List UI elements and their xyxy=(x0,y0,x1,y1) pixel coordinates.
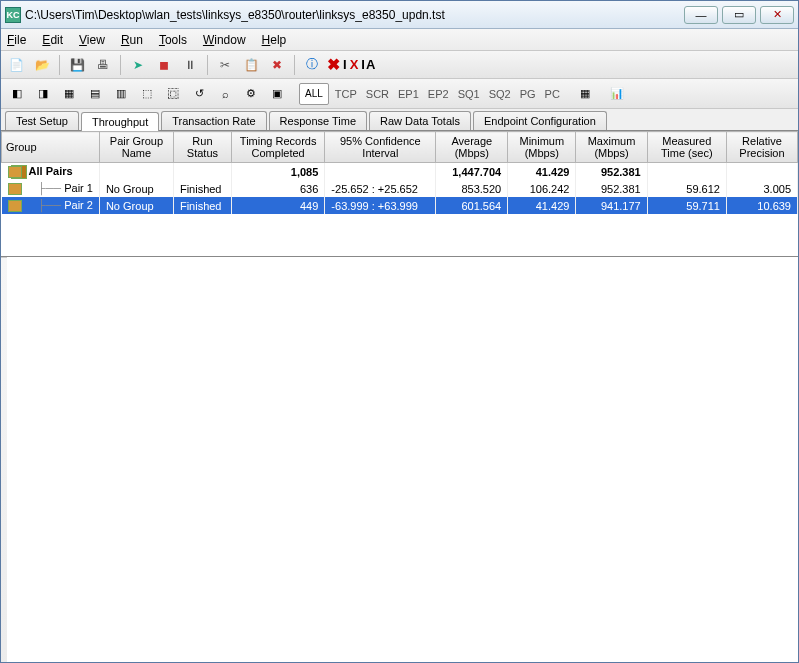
delete-icon[interactable]: ✖ xyxy=(266,54,288,76)
app-icon: KC xyxy=(5,7,21,23)
menu-run[interactable]: Run xyxy=(121,33,143,47)
save-icon[interactable]: 💾 xyxy=(66,54,88,76)
open-icon[interactable]: 📂 xyxy=(31,54,53,76)
tab-test-setup[interactable]: Test Setup xyxy=(5,111,79,130)
col-header[interactable]: Run Status xyxy=(173,132,231,163)
tb2-icon[interactable]: ▣ xyxy=(267,83,287,105)
stop-icon[interactable]: ◼ xyxy=(153,54,175,76)
col-header[interactable]: Timing Records Completed xyxy=(231,132,324,163)
tb2-icon[interactable]: ▦ xyxy=(575,83,595,105)
close-button[interactable]: ✕ xyxy=(760,6,794,24)
tb2-icon[interactable]: ▥ xyxy=(111,83,131,105)
ixia-logo: ✖IXIA xyxy=(327,55,376,74)
info-icon[interactable]: ⓘ xyxy=(301,54,323,76)
group-icon xyxy=(8,166,22,178)
filter-scr[interactable]: SCR xyxy=(363,83,392,105)
menu-bar: FileEditViewRunToolsWindowHelp xyxy=(1,29,798,51)
tab-strip: Test SetupThroughputTransaction RateResp… xyxy=(1,109,798,131)
menu-window[interactable]: Window xyxy=(203,33,246,47)
tab-endpoint-configuration[interactable]: Endpoint Configuration xyxy=(473,111,607,130)
tb2-icon[interactable]: ⚙ xyxy=(241,83,261,105)
tb2-icon[interactable]: ⿴ xyxy=(163,83,183,105)
run-icon[interactable]: ➤ xyxy=(127,54,149,76)
col-header[interactable]: Group xyxy=(2,132,100,163)
col-header[interactable]: Maximum (Mbps) xyxy=(576,132,647,163)
pair-icon xyxy=(8,183,22,195)
tab-raw-data-totals[interactable]: Raw Data Totals xyxy=(369,111,471,130)
splitter[interactable] xyxy=(1,257,7,663)
table-row[interactable]: ├── Pair 2No GroupFinished449-63.999 : +… xyxy=(2,197,798,214)
window-titlebar: KC C:\Users\Tim\Desktop\wlan_tests\links… xyxy=(1,1,798,29)
tab-response-time[interactable]: Response Time xyxy=(269,111,367,130)
tb2-icon[interactable]: ▦ xyxy=(59,83,79,105)
col-header[interactable]: Minimum (Mbps) xyxy=(508,132,576,163)
toolbar-secondary: ◧ ◨ ▦ ▤ ▥ ⬚ ⿴ ↺ ⌕ ⚙ ▣ ALLTCPSCREP1EP2SQ1… xyxy=(1,79,798,109)
copy-icon[interactable]: ✂ xyxy=(214,54,236,76)
tb2-icon[interactable]: ◨ xyxy=(33,83,53,105)
tab-throughput[interactable]: Throughput xyxy=(81,112,159,131)
col-header[interactable]: Pair Group Name xyxy=(99,132,173,163)
tab-transaction-rate[interactable]: Transaction Rate xyxy=(161,111,266,130)
tb2-icon[interactable]: ◧ xyxy=(7,83,27,105)
window-title: C:\Users\Tim\Desktop\wlan_tests\linksys_… xyxy=(25,8,680,22)
filter-pg[interactable]: PG xyxy=(517,83,539,105)
pair-icon xyxy=(8,200,22,212)
tb2-icon[interactable]: ↺ xyxy=(189,83,209,105)
filter-ep1[interactable]: EP1 xyxy=(395,83,422,105)
filter-pc[interactable]: PC xyxy=(542,83,563,105)
table-row[interactable]: ├── Pair 1No GroupFinished636-25.652 : +… xyxy=(2,180,798,197)
menu-view[interactable]: View xyxy=(79,33,105,47)
menu-edit[interactable]: Edit xyxy=(42,33,63,47)
filter-sq2[interactable]: SQ2 xyxy=(486,83,514,105)
new-icon[interactable]: 📄 xyxy=(5,54,27,76)
maximize-button[interactable]: ▭ xyxy=(722,6,756,24)
print-icon[interactable]: 🖶 xyxy=(92,54,114,76)
filter-sq1[interactable]: SQ1 xyxy=(455,83,483,105)
filter-ep2[interactable]: EP2 xyxy=(425,83,452,105)
col-header[interactable]: Relative Precision xyxy=(726,132,797,163)
col-header[interactable]: Measured Time (sec) xyxy=(647,132,726,163)
col-header[interactable]: Average (Mbps) xyxy=(436,132,508,163)
tb2-icon[interactable]: 📊 xyxy=(607,83,627,105)
paste-icon[interactable]: 📋 xyxy=(240,54,262,76)
results-grid: GroupPair Group NameRun StatusTiming Rec… xyxy=(1,131,798,257)
menu-tools[interactable]: Tools xyxy=(159,33,187,47)
menu-file[interactable]: File xyxy=(7,33,26,47)
toolbar-primary: 📄 📂 💾 🖶 ➤ ◼ ⏸ ✂ 📋 ✖ ⓘ ✖IXIA xyxy=(1,51,798,79)
table-row[interactable]: All Pairs1,0851,447.70441.429952.381 xyxy=(2,163,798,181)
pause-icon[interactable]: ⏸ xyxy=(179,54,201,76)
tb2-icon[interactable]: ⬚ xyxy=(137,83,157,105)
filter-tcp[interactable]: TCP xyxy=(332,83,360,105)
col-header[interactable]: 95% Confidence Interval xyxy=(325,132,436,163)
menu-help[interactable]: Help xyxy=(262,33,287,47)
filter-all[interactable]: ALL xyxy=(299,83,329,105)
tb2-icon[interactable]: ⌕ xyxy=(215,83,235,105)
minimize-button[interactable]: — xyxy=(684,6,718,24)
tb2-icon[interactable]: ▤ xyxy=(85,83,105,105)
